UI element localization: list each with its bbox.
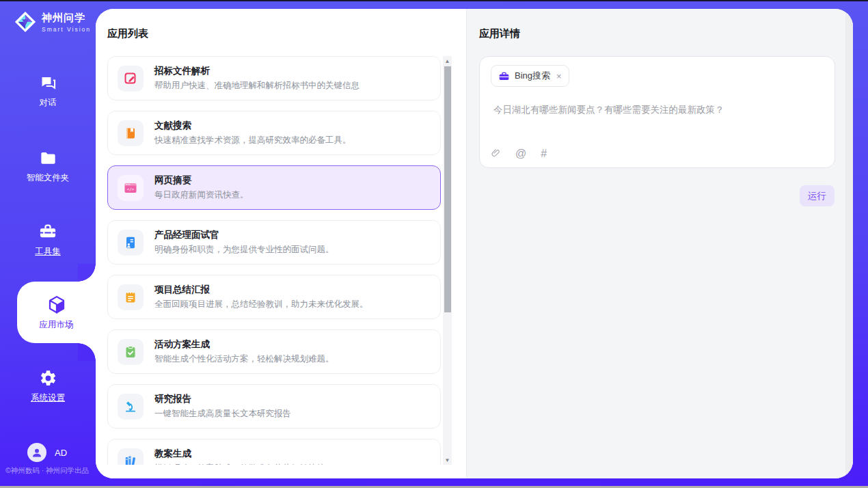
books-icon	[118, 448, 144, 465]
gear-icon	[39, 369, 57, 388]
book-icon	[118, 120, 144, 146]
scrollbar-thumb[interactable]	[444, 66, 451, 312]
composer-toolbar: @ #	[491, 148, 821, 159]
app-card-7[interactable]: 研究报告 一键智能生成高质量长文本研究报告	[107, 384, 441, 429]
copyright-footer: ©神州数码 · 神州问学出品	[5, 466, 89, 476]
app-card-list: 招标文件解析 帮助用户快速、准确地理解和解析招标书中的关键信息 文献搜索 快速精…	[107, 56, 441, 465]
main-content: 应用列表 招标文件解析 帮助用户快速、准确地理解和解析招标书中的关键信息 文献搜…	[96, 9, 853, 478]
user-name: AD	[55, 448, 67, 458]
app-card-4[interactable]: 产品经理面试官 明确身份和职责，为您提供专业性的面试问题。	[107, 220, 441, 265]
chip-close-icon[interactable]: ×	[556, 71, 562, 81]
app-list-scrollbar[interactable]: ▲ ▼	[443, 56, 452, 465]
app-card-6[interactable]: 活动方案生成 智能生成个性化活动方案，轻松解决规划难题。	[107, 329, 441, 374]
mention-at-icon[interactable]: @	[515, 148, 526, 159]
paperclip-icon[interactable]	[491, 148, 501, 159]
app-description: 明确身份和职责，为您提供专业性的面试问题。	[154, 244, 334, 256]
app-list-viewport: 招标文件解析 帮助用户快速、准确地理解和解析招标书中的关键信息 文献搜索 快速精…	[107, 56, 466, 465]
run-button[interactable]: 运行	[800, 185, 835, 206]
sidebar-item-label: 应用市场	[40, 319, 74, 331]
resume-icon	[118, 230, 144, 256]
app-name: 文献搜索	[154, 120, 351, 132]
sidebar-item-label: 系统设置	[31, 392, 65, 404]
chat-icon	[39, 74, 57, 92]
sidebar-item-label: 工具集	[35, 246, 61, 258]
window-top-edge	[0, 0, 868, 1]
svg-text:</>: </>	[127, 186, 135, 191]
app-description: 智能生成个性化活动方案，轻松解决规划难题。	[154, 353, 334, 365]
sidebar-item-settings[interactable]: 系统设置	[0, 369, 96, 404]
tool-chip-label: Bing搜索	[515, 70, 550, 82]
app-description: 每日政府新闻资讯快查。	[154, 189, 249, 201]
detail-scrollbar-track[interactable]	[845, 9, 853, 478]
app-card-2[interactable]: 文献搜索 快速精准查找学术资源，提高研究效率的必备工具。	[107, 111, 441, 155]
query-text[interactable]: 今日湖北有哪些新闻要点？有哪些需要关注的最新政策？	[493, 103, 821, 117]
microscope-icon	[118, 394, 144, 420]
scroll-up-arrow-icon[interactable]: ▲	[443, 56, 452, 66]
app-card-1[interactable]: 招标文件解析 帮助用户快速、准确地理解和解析招标书中的关键信息	[107, 56, 441, 100]
avatar	[27, 443, 46, 462]
app-name: 招标文件解析	[154, 65, 360, 77]
briefcase-icon	[498, 70, 510, 82]
sidebar: 神州问学 Smart Vision 对话 智能文件夹	[0, 0, 96, 488]
clipboard-check-icon	[118, 339, 144, 365]
hash-icon[interactable]: #	[541, 148, 547, 159]
prompt-card: Bing搜索 × 今日湖北有哪些新闻要点？有哪些需要关注的最新政策？ @ #	[479, 56, 835, 168]
app-description: 帮助用户快速、准确地理解和解析招标书中的关键信息	[154, 80, 360, 92]
brand-name: 神州问学	[42, 12, 91, 25]
app-description: 模板驱动，教案秒成，教学准备从此轻松快捷	[154, 463, 325, 465]
toolbox-icon	[38, 222, 57, 241]
diamond-logo-icon	[14, 10, 37, 33]
app-description: 一键智能生成高质量长文本研究报告	[154, 408, 291, 420]
tool-chip-bing-search[interactable]: Bing搜索 ×	[491, 65, 569, 87]
app-card-8[interactable]: 教案生成 模板驱动，教案秒成，教学准备从此轻松快捷	[107, 439, 441, 465]
document-edit-icon	[118, 66, 144, 92]
app-name: 教案生成	[154, 448, 325, 460]
sidebar-item-chat[interactable]: 对话	[0, 74, 96, 109]
app-description: 快速精准查找学术资源，提高研究效率的必备工具。	[154, 135, 351, 146]
app-card-3[interactable]: </> 网页摘要 每日政府新闻资讯快查。	[107, 165, 441, 210]
folder-icon	[39, 149, 57, 167]
app-name: 活动方案生成	[154, 338, 334, 351]
bump-bottom-curve	[78, 343, 96, 361]
app-detail-panel: 应用详情 Bing搜索 × 今日湖北有哪些新闻要点？有哪些需要关注的最新政策？	[466, 9, 853, 478]
sidebar-item-label: 智能文件夹	[27, 172, 70, 184]
app-list-title: 应用列表	[107, 27, 466, 40]
app-name: 网页摘要	[154, 174, 249, 187]
app-detail-title: 应用详情	[479, 27, 853, 40]
app-name: 产品经理面试官	[154, 229, 334, 241]
user-account[interactable]: AD	[27, 443, 67, 462]
app-description: 全面回顾项目进展，总结经验教训，助力未来优化发展。	[154, 299, 368, 310]
notepad-icon	[118, 284, 144, 310]
cube-icon	[46, 295, 67, 315]
app-list-panel: 应用列表 招标文件解析 帮助用户快速、准确地理解和解析招标书中的关键信息 文献搜…	[96, 9, 466, 478]
browser-code-icon: </>	[118, 175, 144, 201]
scroll-down-arrow-icon[interactable]: ▼	[443, 455, 452, 465]
sidebar-item-app-market[interactable]: 应用市场	[17, 282, 96, 343]
app-name: 项目总结汇报	[154, 284, 368, 296]
sidebar-item-toolbox[interactable]: 工具集	[0, 222, 96, 258]
sidebar-item-label: 对话	[40, 97, 57, 109]
sidebar-item-smart-folder[interactable]: 智能文件夹	[0, 149, 96, 184]
bump-top-curve	[78, 264, 96, 282]
app-card-5[interactable]: 项目总结汇报 全面回顾项目进展，总结经验教训，助力未来优化发展。	[107, 275, 441, 319]
brand-tagline: Smart Vision	[42, 26, 91, 33]
brand-logo: 神州问学 Smart Vision	[14, 10, 91, 33]
app-name: 研究报告	[154, 393, 291, 405]
